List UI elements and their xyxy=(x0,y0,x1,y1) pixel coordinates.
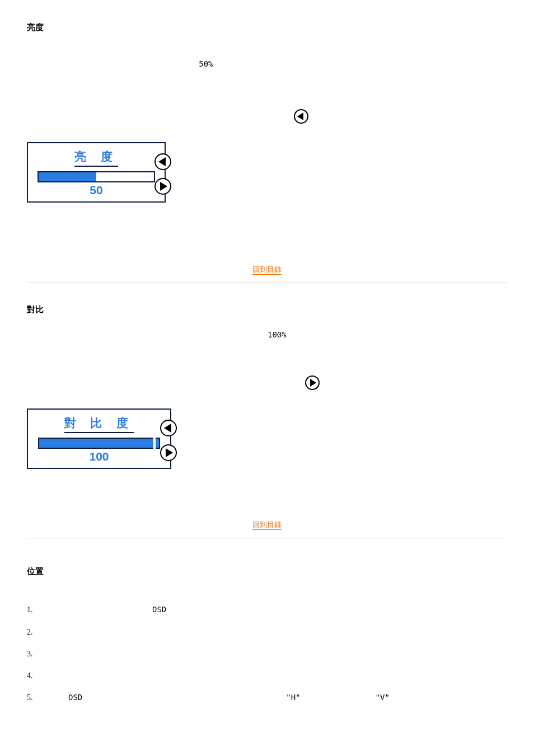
h-label: "H" xyxy=(286,687,300,708)
osd-contrast-box: 對 比 度 100 xyxy=(27,408,171,469)
list-number: 1. xyxy=(27,599,44,621)
list-item: 3. xyxy=(27,643,507,665)
list-number: 5. xyxy=(27,687,44,708)
list-item: 4. xyxy=(27,665,507,687)
percent-value: 100% xyxy=(268,326,287,344)
brightness-osd-row: 亮 度 50 xyxy=(27,142,507,203)
brightness-section: 亮度 pad 50% x 亮 度 50 xyxy=(27,22,507,275)
osd-brightness-value: 50 xyxy=(90,184,102,197)
bar-marker xyxy=(153,438,156,449)
brightness-heading: 亮度 xyxy=(27,22,507,33)
right-arrow-icon xyxy=(305,375,320,390)
list-number: 2. xyxy=(27,621,44,643)
divider xyxy=(27,538,507,538)
position-section: 位置 1. OSD 2. 3. 4. 5. OSD "H" "V" xyxy=(27,560,507,708)
list-item: 2. xyxy=(27,621,507,643)
return-link[interactable]: 回到目錄 xyxy=(27,519,507,530)
osd-brightness-bar xyxy=(38,171,155,182)
osd-brightness-box: 亮 度 50 xyxy=(27,142,166,203)
contrast-heading: 對比 xyxy=(27,304,507,315)
arrow-right-icon[interactable] xyxy=(160,444,177,461)
arrow-left-icon[interactable] xyxy=(160,420,177,436)
osd-contrast-bar xyxy=(38,438,160,449)
position-heading: 位置 xyxy=(27,560,507,583)
osd-brightness-title: 亮 度 xyxy=(74,149,118,167)
left-arrow-icon xyxy=(294,109,308,124)
list-item: 5. OSD "H" "V" xyxy=(27,687,507,708)
osd-contrast-value: 100 xyxy=(89,450,109,463)
osd-brightness-fill xyxy=(39,172,96,181)
return-link-text[interactable]: 回到目錄 xyxy=(252,520,282,530)
divider xyxy=(27,283,507,283)
return-link[interactable]: 回到目錄 xyxy=(27,264,507,275)
osd-abbr: OSD xyxy=(152,599,166,621)
contrast-section: 對比 100% x 對 比 度 100 xyxy=(27,304,507,530)
contrast-osd-row: 對 比 度 100 xyxy=(27,408,507,469)
osd-contrast-fill xyxy=(39,439,159,448)
osd-contrast-title: 對 比 度 xyxy=(64,415,134,433)
osd-arrow-column xyxy=(154,145,171,203)
return-link-text[interactable]: 回到目錄 xyxy=(252,265,282,275)
list-item: 1. OSD xyxy=(27,599,507,621)
osd-arrow-column xyxy=(160,412,177,469)
arrow-right-icon[interactable] xyxy=(154,178,171,195)
contrast-desc: 100% x xyxy=(27,326,507,393)
list-number: 3. xyxy=(27,643,44,665)
osd-abbr: OSD xyxy=(68,687,82,708)
v-label: "V" xyxy=(376,687,390,708)
percent-value: 50% xyxy=(199,55,213,73)
list-number: 4. xyxy=(27,665,44,687)
brightness-desc: pad 50% x xyxy=(27,55,507,126)
arrow-left-icon[interactable] xyxy=(154,153,171,170)
